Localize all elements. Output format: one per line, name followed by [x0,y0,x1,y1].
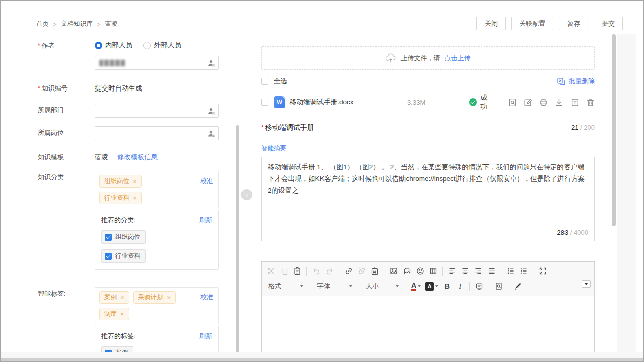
italic-button[interactable]: I [454,280,466,292]
category-calibrate-link[interactable]: 校准 [200,176,213,186]
close-button[interactable]: 关闭 [476,17,506,30]
edit-template-link[interactable]: 修改模板信息 [117,153,158,162]
smart-calibrate-link[interactable]: 校准 [200,293,213,302]
doc-title-value[interactable]: 移动端调试手册 [265,123,314,132]
doc-title-field[interactable]: * 移动端调试手册 21 / 200 [261,123,595,137]
save-draft-button[interactable]: 暂存 [559,17,588,30]
format-dropdown[interactable]: 格式 [265,280,307,292]
radio-internal[interactable]: 内部人员 [95,41,132,50]
breadcrumb-separator: > [97,21,100,27]
maximize-icon[interactable] [536,265,549,277]
preview-file-icon[interactable] [508,98,517,107]
person-select-icon[interactable] [207,59,215,67]
emoji-icon[interactable] [414,265,426,277]
checkbox-checked-icon[interactable] [105,253,112,260]
word-file-icon: W [274,96,285,108]
breadcrumb-library[interactable]: 文档知识库 [61,20,93,28]
copy-icon[interactable] [278,265,290,277]
edit-file-icon[interactable] [524,98,532,107]
author-masked-value [99,60,125,66]
author-input[interactable] [95,56,219,70]
title-char-max: 200 [584,124,595,131]
recommended-category-chip[interactable]: 组织岗位 [101,230,146,244]
dept-input[interactable] [95,104,219,118]
person-select-icon[interactable] [207,130,215,138]
smart-refresh-link[interactable]: 刷新 [199,332,212,341]
upload-link[interactable]: 点击上传 [445,54,471,63]
radio-internal-label: 内部人员 [105,41,132,50]
font-dropdown[interactable]: 字体 [313,280,356,292]
align-right-icon[interactable] [472,265,485,277]
unlink-icon[interactable] [355,265,368,277]
download-file-icon[interactable] [555,98,564,107]
delete-file-icon[interactable] [586,98,595,107]
right-panel-scrollbar[interactable] [612,34,616,226]
redo-icon[interactable] [323,265,336,277]
select-all-label: 全选 [274,77,287,86]
tag-remove-icon[interactable]: × [120,294,124,301]
submit-button[interactable]: 提交 [594,17,623,30]
file-size: 3.33M [407,99,440,106]
category-refresh-link[interactable]: 刷新 [199,216,212,225]
format-painter-icon[interactable] [511,280,524,292]
category-tag[interactable]: 组织岗位× [99,175,142,188]
font-size-dropdown[interactable]: 大小 [362,280,403,292]
image-icon[interactable] [387,265,400,277]
paste-from-word-icon[interactable] [368,265,381,277]
recommended-categories-box: 推荐的分类: 刷新 组织岗位 行业资料 [95,210,219,270]
smart-tag[interactable]: 采购计划× [133,291,176,304]
toolbar-collapse-button[interactable] [582,280,591,288]
tag-remove-icon[interactable]: × [133,178,137,185]
cut-icon[interactable] [265,265,277,277]
smart-tag[interactable]: 案例× [99,291,129,304]
print-file-icon[interactable] [539,98,548,107]
text-color-icon: A [411,282,416,291]
table-icon[interactable] [427,265,439,277]
tag-remove-icon[interactable]: × [167,294,171,301]
bold-button[interactable]: B [441,280,453,292]
background-color-button[interactable]: A [423,280,440,292]
file-name[interactable]: 移动端调试手册.docx [290,98,407,107]
form-panel: *作者 内部人员 外部人员 *知识编号 提交时自动生成 所属部门 [1,32,242,351]
convert-file-icon[interactable] [571,98,579,107]
person-select-icon[interactable] [207,107,215,115]
align-center-icon[interactable] [459,265,471,277]
preview-icon[interactable] [492,280,505,292]
text-color-button[interactable]: A [409,280,423,292]
upload-dropzone[interactable]: 上传文件，请 点击上传 [261,46,595,70]
smart-summary-link[interactable]: 智能摘要 [261,145,286,152]
select-all-checkbox[interactable] [261,78,268,85]
file-checkbox[interactable] [261,99,268,106]
post-input[interactable] [95,126,219,140]
undo-icon[interactable] [310,265,323,277]
tag-remove-icon[interactable]: × [120,311,124,317]
summary-resize-handle[interactable] [589,236,594,240]
radio-external-label: 外部人员 [154,41,181,50]
category-tag[interactable]: 行业资料× [99,192,142,204]
breadcrumb-home[interactable]: 首页 [36,20,49,28]
align-left-icon[interactable] [446,265,458,277]
photo-album-icon[interactable] [400,265,413,277]
radio-selected-icon [95,42,102,49]
link-icon[interactable] [342,265,355,277]
header-actions: 关闭 关联配置 暂存 提交 [476,17,623,30]
recommended-category-chip[interactable]: 行业资料 [101,249,146,263]
chevron-down-icon [349,285,352,287]
paste-icon[interactable] [291,265,303,277]
left-panel-scrollbar[interactable] [236,125,239,353]
smart-tag[interactable]: 制度× [99,308,129,320]
ordered-list-icon[interactable] [504,265,517,277]
checkbox-checked-icon[interactable] [105,234,112,241]
related-config-button[interactable]: 关联配置 [511,17,553,30]
panel-collapse-handle[interactable]: ‹ [241,189,252,200]
radio-external[interactable]: 外部人员 [143,41,181,50]
justify-icon[interactable] [485,265,498,277]
source-code-icon[interactable] [473,280,486,292]
file-row: W 移动端调试手册.docx 3.33M 成功 [261,92,595,112]
tag-remove-icon[interactable]: × [133,195,137,201]
summary-textarea[interactable]: 移动端调试手册 1、 （图1） （图2） 。 2、当然，在某些更特殊的情况下，我… [261,157,595,241]
batch-delete-button[interactable]: 批量删除 [557,77,595,86]
success-check-icon [469,98,477,106]
knowledge-edit-page: 首页 > 文档知识库 > 蓝凌 关闭 关联配置 暂存 提交 *作者 内部人员 外… [0,0,644,362]
unordered-list-icon[interactable] [517,265,530,277]
